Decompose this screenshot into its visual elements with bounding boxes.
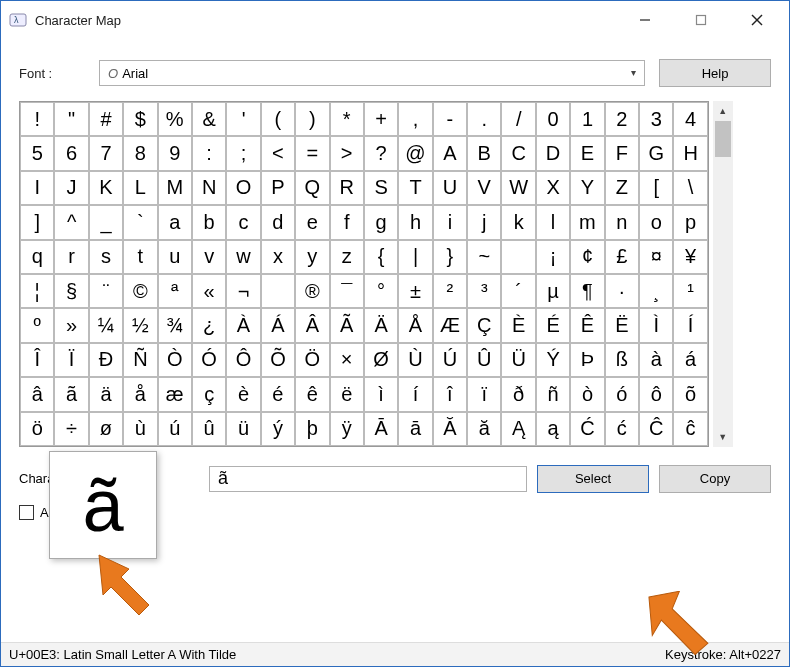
- scroll-track[interactable]: [713, 121, 733, 427]
- char-cell[interactable]: X: [536, 171, 570, 205]
- char-cell[interactable]: y: [295, 240, 329, 274]
- char-cell[interactable]: ­: [261, 274, 295, 308]
- char-cell[interactable]: m: [570, 205, 604, 239]
- char-cell[interactable]: Ä: [364, 308, 398, 342]
- char-cell[interactable]: £: [605, 240, 639, 274]
- char-cell[interactable]: ï: [467, 377, 501, 411]
- char-cell[interactable]: 2: [605, 102, 639, 136]
- char-cell[interactable]: ú: [158, 412, 192, 446]
- char-cell[interactable]: ë: [330, 377, 364, 411]
- char-cell[interactable]: P: [261, 171, 295, 205]
- char-cell[interactable]: Î: [20, 343, 54, 377]
- char-cell[interactable]: ą: [536, 412, 570, 446]
- char-cell[interactable]: z: [330, 240, 364, 274]
- char-cell[interactable]: >: [330, 136, 364, 170]
- char-cell[interactable]: A: [433, 136, 467, 170]
- char-cell[interactable]: ): [295, 102, 329, 136]
- char-cell[interactable]: Å: [398, 308, 432, 342]
- select-button[interactable]: Select: [537, 465, 649, 493]
- char-cell[interactable]: H: [673, 136, 707, 170]
- char-cell[interactable]: ¹: [673, 274, 707, 308]
- char-cell[interactable]: ß: [605, 343, 639, 377]
- char-cell[interactable]: Z: [605, 171, 639, 205]
- char-cell[interactable]: ]: [20, 205, 54, 239]
- char-cell[interactable]: Ç: [467, 308, 501, 342]
- char-cell[interactable]: t: [123, 240, 157, 274]
- char-cell[interactable]: ā: [398, 412, 432, 446]
- char-cell[interactable]: Õ: [261, 343, 295, 377]
- char-cell[interactable]: µ: [536, 274, 570, 308]
- char-cell[interactable]: 1: [570, 102, 604, 136]
- char-cell[interactable]: e: [295, 205, 329, 239]
- char-cell[interactable]: í: [398, 377, 432, 411]
- char-cell[interactable]: ô: [639, 377, 673, 411]
- char-cell[interactable]: `: [123, 205, 157, 239]
- char-cell[interactable]: B: [467, 136, 501, 170]
- char-cell[interactable]: ¥: [673, 240, 707, 274]
- char-cell[interactable]: ¶: [570, 274, 604, 308]
- minimize-button[interactable]: [617, 2, 673, 38]
- char-cell[interactable]: Ö: [295, 343, 329, 377]
- char-cell[interactable]: ª: [158, 274, 192, 308]
- char-cell[interactable]: x: [261, 240, 295, 274]
- char-cell[interactable]: b: [192, 205, 226, 239]
- char-cell[interactable]: +: [364, 102, 398, 136]
- char-cell[interactable]: |: [398, 240, 432, 274]
- char-cell[interactable]: <: [261, 136, 295, 170]
- char-cell[interactable]: ö: [20, 412, 54, 446]
- char-cell[interactable]: Ā: [364, 412, 398, 446]
- char-cell[interactable]: s: [89, 240, 123, 274]
- char-cell[interactable]: $: [123, 102, 157, 136]
- char-cell[interactable]: &: [192, 102, 226, 136]
- char-cell[interactable]: û: [192, 412, 226, 446]
- char-cell[interactable]: É: [536, 308, 570, 342]
- char-cell[interactable]: ": [54, 102, 88, 136]
- char-cell[interactable]: «: [192, 274, 226, 308]
- char-cell[interactable]: ć: [605, 412, 639, 446]
- char-cell[interactable]: W: [501, 171, 535, 205]
- scroll-up-icon[interactable]: ▲: [713, 101, 733, 121]
- char-cell[interactable]: ': [226, 102, 260, 136]
- char-cell[interactable]: J: [54, 171, 88, 205]
- char-cell[interactable]: N: [192, 171, 226, 205]
- char-cell[interactable]: Ú: [433, 343, 467, 377]
- char-cell[interactable]: L: [123, 171, 157, 205]
- char-cell[interactable]: 9: [158, 136, 192, 170]
- char-cell[interactable]: 5: [20, 136, 54, 170]
- char-cell[interactable]: Ĉ: [639, 412, 673, 446]
- char-cell[interactable]: à: [639, 343, 673, 377]
- char-cell[interactable]: Ý: [536, 343, 570, 377]
- scroll-down-icon[interactable]: ▼: [713, 427, 733, 447]
- char-cell[interactable]: G: [639, 136, 673, 170]
- char-cell[interactable]: ä: [89, 377, 123, 411]
- char-cell[interactable]: _: [89, 205, 123, 239]
- char-cell[interactable]: ý: [261, 412, 295, 446]
- char-cell[interactable]: ¾: [158, 308, 192, 342]
- char-cell[interactable]: {: [364, 240, 398, 274]
- char-cell[interactable]: Ć: [570, 412, 604, 446]
- char-cell[interactable]: ^: [54, 205, 88, 239]
- char-cell[interactable]: ¼: [89, 308, 123, 342]
- char-cell[interactable]: ¸: [639, 274, 673, 308]
- char-cell[interactable]: ²: [433, 274, 467, 308]
- char-cell[interactable]: %: [158, 102, 192, 136]
- char-cell[interactable]: E: [570, 136, 604, 170]
- char-cell[interactable]: ¦: [20, 274, 54, 308]
- char-cell[interactable]: þ: [295, 412, 329, 446]
- char-cell[interactable]: h: [398, 205, 432, 239]
- char-cell[interactable]: d: [261, 205, 295, 239]
- char-cell[interactable]: S: [364, 171, 398, 205]
- char-cell[interactable]: c: [226, 205, 260, 239]
- char-cell[interactable]: å: [123, 377, 157, 411]
- char-cell[interactable]: :: [192, 136, 226, 170]
- char-cell[interactable]: l: [536, 205, 570, 239]
- char-cell[interactable]: Ò: [158, 343, 192, 377]
- char-cell[interactable]: ÷: [54, 412, 88, 446]
- char-cell[interactable]: !: [20, 102, 54, 136]
- char-cell[interactable]: æ: [158, 377, 192, 411]
- char-cell[interactable]: ½: [123, 308, 157, 342]
- char-cell[interactable]: [501, 240, 535, 274]
- char-cell[interactable]: ´: [501, 274, 535, 308]
- char-cell[interactable]: ³: [467, 274, 501, 308]
- char-cell[interactable]: C: [501, 136, 535, 170]
